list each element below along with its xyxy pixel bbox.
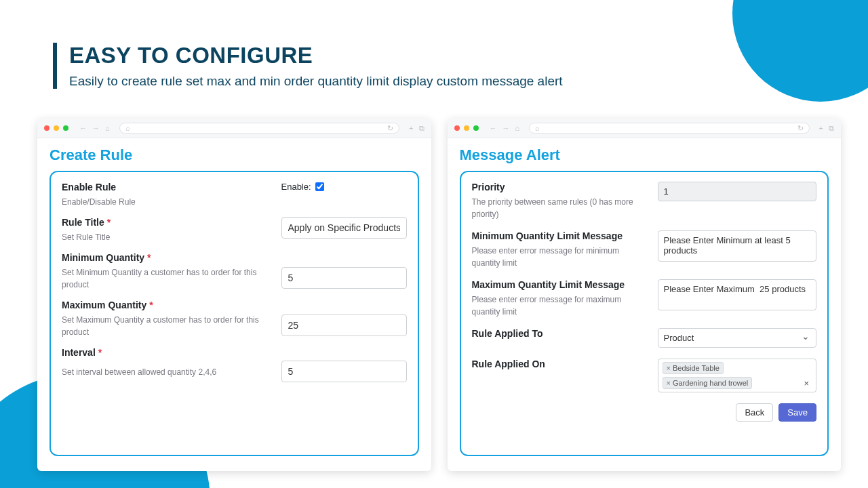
window-maximize-icon[interactable] [473,125,479,131]
enable-rule-checkbox[interactable] [315,182,324,191]
nav-forward-icon[interactable]: → [502,124,510,132]
page-subtitle: Easily to create rule set max and min or… [69,74,827,89]
address-bar[interactable]: ⌕↻ [119,123,399,134]
priority-hint: The priority between same rules (0 has m… [472,197,633,219]
create-rule-panel: ← → ⌂ ⌕↻ + ⧉ Create Rule Enable Rule Ena… [37,119,431,471]
applied-to-select[interactable]: Product [658,328,817,348]
interval-input[interactable] [281,361,407,382]
applied-on-tagbox[interactable]: ×Bedside Table ×Gardening hand trowel × [658,359,817,392]
window-close-icon[interactable] [454,125,460,131]
panel-title-message-alert: Message Alert [460,146,829,164]
min-qty-label: Minimum Quantity [62,252,144,263]
nav-home-icon[interactable]: ⌂ [515,124,520,132]
min-qty-input[interactable] [281,267,407,289]
enable-toggle-label: Enable: [281,182,311,192]
rule-title-hint: Set Rule Title [62,232,110,242]
applied-to-label: Rule Applied To [472,328,648,339]
interval-hint: Set interval between allowed quantity 2,… [62,367,216,377]
required-asterisk: * [107,217,111,228]
nav-back-icon[interactable]: ← [490,124,497,132]
max-qty-input[interactable] [281,314,407,336]
nav-back-icon[interactable]: ← [79,124,87,132]
rule-title-input[interactable] [281,217,407,239]
priority-input[interactable] [658,182,817,201]
nav-forward-icon[interactable]: → [92,124,100,132]
window-maximize-icon[interactable] [63,125,68,131]
required-asterisk: * [147,252,151,263]
copy-icon[interactable]: ⧉ [829,124,834,133]
page-title: EASY TO CONFIGURE [69,43,827,68]
save-button[interactable]: Save [778,403,816,422]
enable-rule-label: Enable Rule [62,182,281,192]
tag-item[interactable]: ×Bedside Table [663,362,724,374]
search-icon: ⌕ [125,124,130,132]
tag-remove-icon[interactable]: × [667,379,671,387]
back-button[interactable]: Back [736,403,773,422]
required-asterisk: * [98,347,102,358]
reload-icon[interactable]: ↻ [387,124,393,133]
min-msg-hint: Please enter error message for minimum q… [472,246,619,268]
tag-clear-all-icon[interactable]: × [801,378,812,388]
window-close-icon[interactable] [44,125,50,131]
required-asterisk: * [149,300,153,310]
browser-chrome: ← → ⌂ ⌕↻ + ⧉ [448,119,842,138]
max-qty-label: Maximum Quantity [62,300,146,310]
tag-label: Gardening hand trowel [673,379,748,387]
tag-remove-icon[interactable]: × [667,364,671,372]
enable-rule-hint: Enable/Disable Rule [62,197,136,207]
new-tab-icon[interactable]: + [819,124,823,133]
panel-title-create-rule: Create Rule [50,146,419,164]
max-msg-label: Maximum Quantity Limit Message [472,279,648,290]
message-alert-form: Priority The priority between same rules… [460,171,829,456]
max-qty-hint: Set Maximum Quantity a customer has to o… [62,315,259,337]
min-msg-label: Minimum Quantity Limit Message [472,230,648,241]
max-msg-hint: Please enter error message for maximum q… [472,295,622,317]
rule-title-label: Rule Title [62,217,104,228]
max-msg-input[interactable]: Please Enter Maximum 25 products [658,279,817,310]
nav-home-icon[interactable]: ⌂ [105,124,110,132]
priority-label: Priority [472,182,648,192]
hero-header: EASY TO CONFIGURE Easily to create rule … [53,43,827,89]
tag-label: Bedside Table [673,364,719,372]
window-minimize-icon[interactable] [464,125,469,131]
copy-icon[interactable]: ⧉ [419,124,425,133]
new-tab-icon[interactable]: + [409,124,413,133]
window-minimize-icon[interactable] [54,125,59,131]
message-alert-panel: ← → ⌂ ⌕↻ + ⧉ Message Alert Priority The … [448,119,842,471]
applied-on-label: Rule Applied On [472,359,648,369]
interval-label: Interval [62,347,96,358]
min-msg-input[interactable]: Please Enter Minimum at least 5 products [658,230,817,262]
min-qty-hint: Set Minimum Quantity a customer has to o… [62,268,256,289]
search-icon: ⌕ [535,124,540,132]
create-rule-form: Enable Rule Enable/Disable Rule Enable: … [50,171,419,456]
tag-item[interactable]: ×Gardening hand trowel [663,377,753,389]
address-bar[interactable]: ⌕↻ [529,123,809,134]
browser-chrome: ← → ⌂ ⌕↻ + ⧉ [37,119,431,138]
reload-icon[interactable]: ↻ [797,124,804,133]
